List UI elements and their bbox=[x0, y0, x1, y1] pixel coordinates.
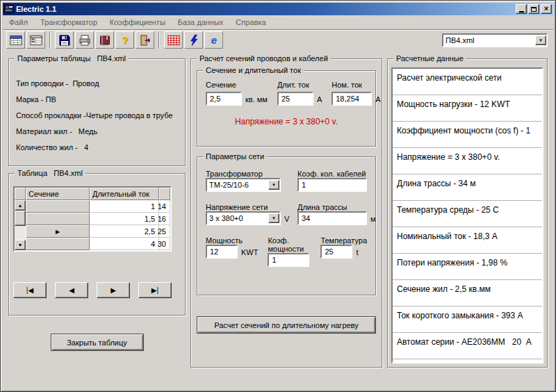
temperature-unit: t bbox=[356, 248, 358, 259]
cable-coef-input[interactable] bbox=[297, 178, 367, 192]
book-icon bbox=[99, 34, 111, 47]
chevron-down-icon[interactable]: ▼ bbox=[268, 213, 279, 223]
area-input[interactable] bbox=[206, 92, 242, 106]
help-toolbar-button[interactable]: ?? bbox=[115, 31, 134, 49]
grid-cell[interactable]: 1,5 bbox=[90, 213, 159, 225]
voltage-alert-text: Напряжение = 3 x 380+0 v. bbox=[206, 117, 367, 126]
main-area: Параметры таблицы ПВ4.xml Тип проводки -… bbox=[3, 50, 553, 389]
power-input[interactable] bbox=[206, 245, 238, 259]
database-toolbar-button[interactable] bbox=[164, 31, 183, 49]
route-length-input[interactable] bbox=[297, 211, 367, 225]
param-line-laying-method: Способ прокладки -Четыре провода в трубе bbox=[16, 108, 178, 124]
chevron-down-icon[interactable]: ▼ bbox=[268, 180, 279, 190]
grid-header-current[interactable]: Длительный ток bbox=[90, 188, 159, 200]
row-indicator bbox=[26, 238, 90, 250]
left-column: Параметры таблицы ПВ4.xml Тип проводки -… bbox=[8, 58, 186, 351]
menu-item-coefficients[interactable]: Коэффициенты bbox=[104, 16, 172, 28]
grid-header-section[interactable]: Сечение bbox=[26, 188, 90, 200]
grid-cell-selected[interactable]: 2,5 bbox=[90, 225, 159, 238]
data-grid: Сечение Длительный ток 1 14 1,5 16 ▶ 2,5… bbox=[13, 186, 172, 252]
exit-toolbar-button[interactable] bbox=[136, 31, 154, 49]
result-row: Длина трассы - 34 м bbox=[393, 174, 542, 201]
param-line-core-count: Количество жил - 4 bbox=[16, 140, 178, 156]
nav-last-button[interactable]: ▶| bbox=[138, 282, 172, 298]
result-row: Расчет электрической сети bbox=[393, 69, 542, 95]
menu-item-transformer[interactable]: Трансформатор bbox=[34, 16, 104, 28]
calculation-group: Расчет сечений проводов и кабелей Сечени… bbox=[190, 58, 382, 368]
transformer-label: Трансформатор bbox=[206, 170, 297, 178]
grid-cell[interactable]: 30 bbox=[159, 238, 170, 250]
svg-text:e: e bbox=[211, 34, 216, 46]
menu-bar: Файл Трансформатор Коэффициенты База дан… bbox=[3, 15, 553, 29]
transformer-value: ТМ-25/10-6 bbox=[207, 181, 268, 189]
data-table-title: Таблица ПВ4.xml bbox=[15, 169, 85, 178]
scroll-up-icon[interactable]: ▲ bbox=[15, 200, 26, 211]
result-row: Номинальный ток - 18,3 A bbox=[393, 227, 542, 254]
transformer-combobox[interactable]: ТМ-25/10-6 ▼ bbox=[206, 178, 281, 192]
minimize-button[interactable] bbox=[516, 4, 527, 14]
help-icon: ?? bbox=[119, 34, 131, 47]
middle-column: Расчет сечений проводов и кабелей Сечени… bbox=[190, 58, 382, 368]
grid-voltage-value: 3 x 380+0 bbox=[207, 214, 268, 222]
table-toolbar-button[interactable] bbox=[6, 31, 25, 49]
calculate-button[interactable]: Расчет сечений по длительному нагреву bbox=[197, 316, 376, 334]
save-toolbar-button[interactable] bbox=[55, 31, 74, 49]
param-line-wiring-type: Тип проводки - Провод bbox=[16, 76, 178, 92]
svg-text:?: ? bbox=[122, 34, 128, 46]
table-params-group: Параметры таблицы ПВ4.xml Тип проводки -… bbox=[8, 58, 186, 166]
file-combobox[interactable]: ПВ4.xml ▼ bbox=[442, 33, 548, 47]
grid-cell[interactable]: 4 bbox=[90, 238, 159, 250]
power-factor-label: Коэф. мощности bbox=[268, 236, 311, 253]
duration-current-label: Длит. ток bbox=[277, 81, 322, 89]
row-indicator bbox=[26, 213, 90, 225]
lightning-icon bbox=[188, 34, 200, 47]
nav-first-button[interactable]: |◀ bbox=[13, 282, 47, 298]
grid-scrollbar[interactable]: ▲ ▼ bbox=[15, 200, 26, 250]
route-length-label: Длина трассы bbox=[297, 203, 376, 211]
book-toolbar-button[interactable] bbox=[95, 31, 114, 49]
toolbar-separator bbox=[49, 33, 51, 48]
duration-current-field-block: Длит. ток A bbox=[277, 81, 322, 106]
menu-item-file[interactable]: Файл bbox=[3, 16, 34, 28]
lightning-toolbar-button[interactable] bbox=[184, 31, 203, 49]
current-section-group: Сечение и длительный ток Сечение кв. мм … bbox=[197, 70, 376, 147]
scroll-down-icon[interactable]: ▼ bbox=[15, 240, 26, 250]
duration-current-unit: A bbox=[317, 95, 322, 106]
database-grid-icon bbox=[167, 34, 180, 47]
temperature-input[interactable] bbox=[320, 245, 352, 259]
scrollbar-thumb[interactable] bbox=[15, 211, 26, 226]
menu-item-help[interactable]: Справка bbox=[229, 16, 272, 28]
results-title: Расчетные данные bbox=[393, 54, 466, 63]
nominal-current-input[interactable] bbox=[332, 92, 372, 106]
nav-prev-button[interactable]: ◀ bbox=[55, 282, 88, 298]
close-button[interactable]: × bbox=[541, 4, 552, 14]
print-toolbar-button[interactable] bbox=[75, 31, 94, 49]
nominal-current-label: Ном. ток bbox=[332, 81, 380, 89]
toolbar-separator bbox=[158, 33, 160, 48]
title-bar[interactable]: Electric 1.1 × bbox=[3, 3, 553, 15]
exit-icon bbox=[139, 34, 152, 47]
grid-cell-selected[interactable]: 25 bbox=[159, 225, 170, 238]
grid-header-scroll-corner bbox=[159, 188, 170, 200]
grid-voltage-unit: V bbox=[284, 215, 289, 225]
power-label: Мощность bbox=[206, 236, 258, 245]
power-factor-input[interactable] bbox=[268, 253, 309, 267]
row-indicator bbox=[26, 200, 90, 213]
cable-coef-field-block: Коэф. кол. кабелей bbox=[297, 170, 367, 192]
grid-cell[interactable]: 16 bbox=[159, 213, 170, 225]
chevron-down-icon[interactable]: ▼ bbox=[535, 35, 546, 45]
report-toolbar-button[interactable] bbox=[26, 31, 45, 49]
grid-cell[interactable]: 1 bbox=[90, 200, 159, 213]
nav-next-button[interactable]: ▶ bbox=[97, 282, 130, 298]
scrollbar-track[interactable] bbox=[15, 226, 26, 240]
grid-voltage-combobox[interactable]: 3 x 380+0 ▼ bbox=[206, 211, 281, 225]
temperature-label: Температура bbox=[320, 236, 367, 245]
internet-toolbar-button[interactable]: e bbox=[204, 31, 223, 49]
grid-corner bbox=[15, 188, 26, 200]
close-table-button[interactable]: Закрыть таблицу bbox=[51, 334, 144, 351]
menu-item-database[interactable]: База данных bbox=[172, 16, 230, 28]
grid-cell[interactable]: 14 bbox=[159, 200, 170, 213]
duration-current-input[interactable] bbox=[277, 92, 313, 106]
nominal-current-field-block: Ном. ток A bbox=[332, 81, 380, 106]
maximize-button[interactable] bbox=[528, 4, 539, 14]
